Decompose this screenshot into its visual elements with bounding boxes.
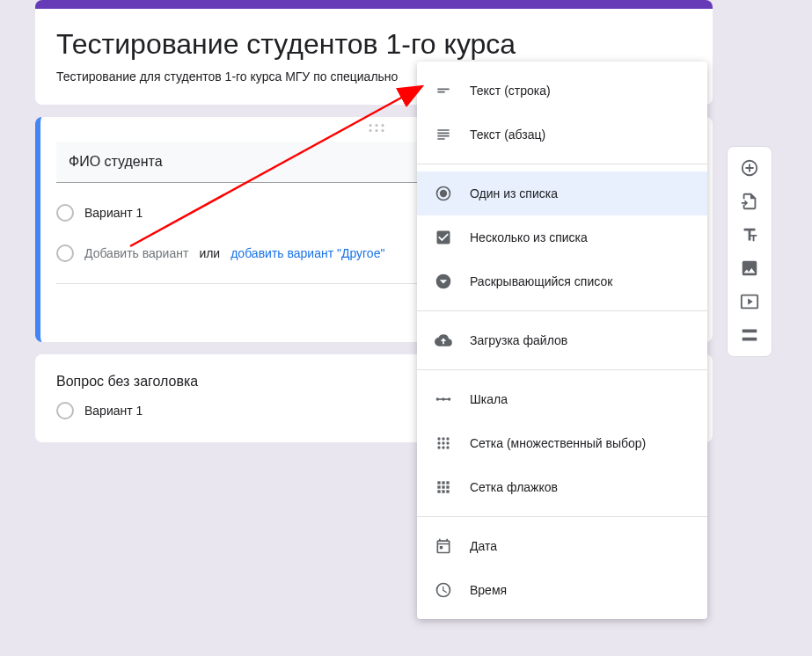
time-icon [433, 579, 454, 601]
side-toolbar [727, 146, 772, 357]
type-option-label: Текст (абзац) [470, 128, 545, 142]
svg-point-7 [442, 437, 444, 440]
svg-rect-17 [446, 481, 449, 484]
image-icon [740, 259, 759, 278]
plus-circle-icon [740, 158, 759, 178]
or-text: или [199, 246, 220, 260]
add-section-button[interactable] [732, 319, 767, 351]
svg-rect-16 [442, 481, 444, 484]
add-video-button[interactable] [732, 286, 767, 317]
radio-icon [56, 204, 74, 222]
svg-rect-15 [437, 481, 440, 484]
svg-rect-21 [437, 490, 440, 492]
svg-point-13 [442, 446, 444, 448]
svg-point-6 [437, 437, 440, 440]
svg-rect-24 [440, 546, 443, 549]
type-option-label: Один из списка [470, 186, 558, 200]
type-option-dropdown[interactable]: Раскрывающийся список [417, 259, 707, 303]
add-other-link[interactable]: добавить вариант "Другое" [230, 246, 384, 260]
svg-rect-23 [446, 490, 449, 492]
type-option-checkbox[interactable]: Несколько из списка [417, 215, 707, 259]
add-question-button[interactable] [732, 152, 767, 184]
svg-rect-5 [437, 398, 449, 400]
add-option-text[interactable]: Добавить вариант [84, 246, 188, 260]
form-title[interactable]: Тестирование студентов 1-го курса [56, 28, 691, 61]
title-icon [740, 225, 759, 244]
question-type-dropdown: Текст (строка)Текст (абзац)Один из списк… [417, 62, 707, 619]
type-option-time[interactable]: Время [417, 568, 707, 612]
type-option-paragraph[interactable]: Текст (абзац) [417, 113, 707, 157]
dropdown-icon [433, 271, 454, 292]
type-option-label: Несколько из списка [470, 230, 588, 244]
type-option-label: Время [470, 583, 507, 597]
type-option-label: Сетка (множественный выбор) [470, 436, 646, 450]
type-option-label: Шкала [470, 392, 508, 406]
type-option-upload[interactable]: Загрузка файлов [417, 318, 707, 362]
svg-point-9 [437, 441, 440, 444]
linear-icon [433, 389, 454, 410]
svg-rect-22 [442, 490, 444, 492]
drag-handle-icon[interactable] [369, 124, 384, 132]
grid-radio-icon [433, 433, 454, 454]
svg-rect-19 [442, 485, 444, 488]
type-option-grid-check[interactable]: Сетка флажков [417, 465, 707, 509]
type-option-label: Дата [470, 539, 497, 553]
svg-point-11 [446, 441, 449, 444]
menu-separator [417, 369, 707, 370]
svg-point-10 [442, 441, 444, 444]
radio-icon [56, 402, 74, 419]
add-title-button[interactable] [732, 219, 767, 251]
menu-separator [417, 164, 707, 164]
type-option-short-text[interactable]: Текст (строка) [417, 69, 707, 113]
radio-icon [56, 244, 74, 262]
type-option-label: Раскрывающийся список [470, 274, 612, 288]
type-option-radio[interactable]: Один из списка [417, 171, 707, 215]
option-label: Вариант 1 [84, 206, 143, 220]
type-option-date[interactable]: Дата [417, 524, 707, 568]
type-option-label: Сетка флажков [470, 480, 558, 494]
section-icon [740, 325, 759, 345]
checkbox-icon [433, 227, 454, 248]
svg-point-14 [446, 446, 449, 448]
menu-separator [417, 516, 707, 517]
svg-point-8 [446, 437, 449, 440]
add-image-button[interactable] [732, 252, 767, 284]
paragraph-icon [433, 124, 454, 145]
svg-rect-18 [437, 485, 440, 488]
upload-icon [433, 330, 454, 351]
svg-point-0 [440, 190, 447, 197]
type-option-label: Загрузка файлов [470, 333, 567, 347]
menu-separator [417, 310, 707, 311]
import-icon [740, 192, 759, 211]
type-option-label: Текст (строка) [470, 84, 551, 98]
type-option-grid-radio[interactable]: Сетка (множественный выбор) [417, 421, 707, 465]
date-icon [433, 536, 454, 557]
short-text-icon [433, 80, 454, 101]
radio-icon [433, 183, 454, 204]
option-label: Вариант 1 [84, 404, 143, 418]
video-icon [740, 292, 759, 311]
grid-check-icon [433, 477, 454, 498]
svg-rect-20 [446, 485, 449, 488]
type-option-linear[interactable]: Шкала [417, 377, 707, 421]
import-question-button[interactable] [732, 186, 767, 217]
svg-point-12 [437, 446, 440, 448]
